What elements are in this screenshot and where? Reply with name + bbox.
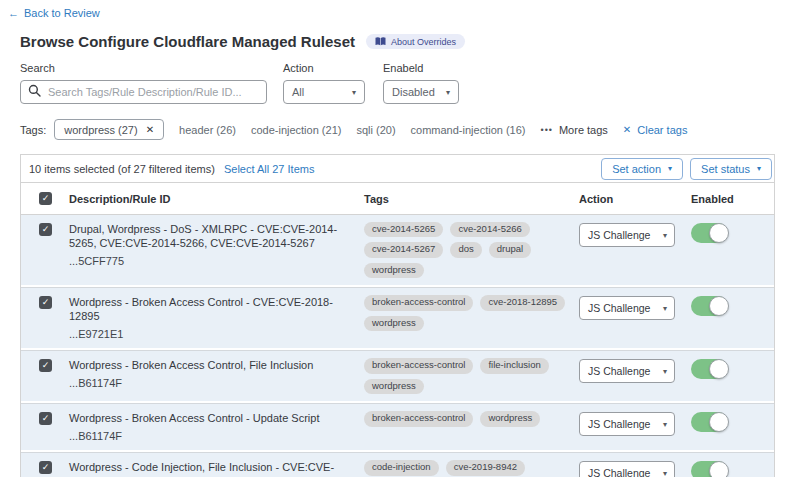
enabled-toggle[interactable]: [691, 223, 728, 243]
rule-id: ...B61174F: [69, 376, 350, 390]
row-action-value: JS Challenge: [588, 418, 650, 430]
chevron-down-icon: ▾: [663, 304, 667, 313]
search-input[interactable]: [20, 80, 267, 104]
enabled-filter-label: Enabeld: [383, 62, 459, 74]
more-tags-label: More tags: [559, 124, 608, 136]
rule-description: Wordpress - Code Injection, File Inclusi…: [69, 460, 350, 477]
ellipsis-icon: •••: [540, 125, 552, 135]
row-action-select[interactable]: JS Challenge ▾: [579, 296, 675, 320]
tags-bar: Tags: wordpress (27) ✕ header (26)code-i…: [20, 119, 775, 140]
tags-label: Tags:: [20, 124, 46, 136]
rule-description: Wordpress - Broken Access Control - CVE:…: [69, 295, 350, 323]
row-action-select[interactable]: JS Challenge ▾: [579, 223, 675, 247]
table-row: ✓ Drupal, Wordpress - DoS - XMLRPC - CVE…: [21, 215, 774, 285]
tag-pill: cve-2014-5267: [364, 242, 443, 257]
rule-id: ...E9721E1: [69, 327, 350, 341]
select-all-checkbox[interactable]: ✓: [39, 192, 52, 205]
table-row: ✓ Wordpress - Broken Access Control - CV…: [21, 287, 774, 348]
table-row: ✓ Wordpress - Broken Access Control, Fil…: [21, 350, 774, 401]
tag-pill: cve-2014-5266: [450, 222, 529, 237]
rule-tag-list: broken-access-controlwordpress: [364, 404, 579, 450]
back-to-review-link[interactable]: ← Back to Review: [8, 7, 100, 19]
tag-pill: broken-access-control: [364, 295, 473, 310]
about-overrides-badge[interactable]: About Overrides: [366, 34, 465, 49]
set-status-label: Set status: [701, 163, 750, 175]
book-icon: [375, 37, 386, 46]
row-action-select[interactable]: JS Challenge ▾: [579, 412, 675, 436]
available-tag-list: header (26)code-injection (21)sqli (20)c…: [179, 124, 525, 136]
toggle-knob: [709, 359, 729, 379]
clear-tags-button[interactable]: ✕ Clear tags: [623, 124, 688, 136]
row-checkbox[interactable]: ✓: [39, 359, 52, 372]
set-action-label: Set action: [612, 163, 661, 175]
table-row: ✓ Wordpress - Broken Access Control - Up…: [21, 403, 774, 450]
column-header-tags: Tags: [364, 193, 579, 205]
chevron-down-icon: ▾: [757, 164, 761, 173]
row-action-select[interactable]: JS Challenge ▾: [579, 461, 675, 477]
set-action-button[interactable]: Set action ▾: [601, 158, 683, 180]
tag-filter[interactable]: command-injection (16): [411, 124, 526, 136]
tag-pill: wordpress: [364, 316, 424, 331]
rule-description: Drupal, Wordpress - DoS - XMLRPC - CVE:C…: [69, 222, 350, 250]
rule-tag-list: code-injectioncve-2019-8942cve-2019-8943…: [364, 453, 579, 477]
chevron-down-icon: ▾: [668, 164, 672, 173]
tag-filter[interactable]: header (26): [179, 124, 236, 136]
action-filter-value: All: [292, 86, 304, 98]
tag-pill: file-inclusion: [480, 358, 548, 373]
row-action-value: JS Challenge: [588, 302, 650, 314]
chevron-down-icon: ▾: [352, 88, 356, 97]
remove-tag-icon[interactable]: ✕: [146, 124, 154, 135]
tag-pill: broken-access-control: [364, 411, 473, 426]
chevron-down-icon: ▾: [663, 367, 667, 376]
rule-tag-list: cve-2014-5265cve-2014-5266cve-2014-5267d…: [364, 215, 579, 285]
enabled-filter-value: Disabled: [392, 86, 435, 98]
enabled-toggle[interactable]: [691, 461, 728, 477]
chevron-down-icon: ▾: [663, 231, 667, 240]
row-checkbox[interactable]: ✓: [39, 461, 52, 474]
row-checkbox[interactable]: ✓: [39, 412, 52, 425]
selected-tag-label: wordpress (27): [64, 124, 137, 136]
enabled-filter-select[interactable]: Disabled ▾: [383, 80, 459, 104]
rule-id: ...B61174F: [69, 429, 350, 443]
tag-filter[interactable]: sqli (20): [356, 124, 395, 136]
chevron-down-icon: ▾: [663, 420, 667, 429]
action-filter-label: Action: [283, 62, 365, 74]
tag-pill: broken-access-control: [364, 358, 473, 373]
table-row: ✓ Wordpress - Code Injection, File Inclu…: [21, 452, 774, 477]
tag-filter[interactable]: code-injection (21): [251, 124, 342, 136]
toggle-knob: [709, 296, 729, 316]
selected-tag-chip[interactable]: wordpress (27) ✕: [54, 119, 164, 140]
row-action-value: JS Challenge: [588, 229, 650, 241]
select-all-link[interactable]: Select All 27 Items: [224, 163, 315, 175]
row-action-value: JS Challenge: [588, 365, 650, 377]
search-label: Search: [20, 62, 267, 74]
toggle-knob: [709, 412, 729, 432]
enabled-toggle[interactable]: [691, 296, 728, 316]
chevron-down-icon: ▾: [446, 88, 450, 97]
rule-description: Wordpress - Broken Access Control - Upda…: [69, 411, 350, 425]
rule-description: Wordpress - Broken Access Control, File …: [69, 358, 350, 372]
chevron-down-icon: ▾: [663, 469, 667, 477]
row-action-value: JS Challenge: [588, 467, 650, 477]
enabled-toggle[interactable]: [691, 359, 728, 379]
rule-id: ...5CFF775: [69, 254, 350, 268]
column-header-action: Action: [579, 193, 691, 205]
selection-summary: 10 items selected (of 27 filtered items): [29, 163, 215, 175]
tag-pill: wordpress: [480, 411, 540, 426]
tag-pill: code-injection: [364, 460, 439, 475]
tag-pill: cve-2019-8942: [446, 460, 525, 475]
action-filter-select[interactable]: All ▾: [283, 80, 365, 104]
row-action-select[interactable]: JS Challenge ▾: [579, 359, 675, 383]
table-header: ✓ Description/Rule ID Tags Action Enable…: [21, 182, 774, 215]
row-checkbox[interactable]: ✓: [39, 223, 52, 236]
tag-pill: cve-2014-5265: [364, 222, 443, 237]
tag-pill: dos: [450, 242, 481, 257]
set-status-button[interactable]: Set status ▾: [690, 158, 772, 180]
tag-pill: cve-2018-12895: [480, 295, 565, 310]
more-tags-button[interactable]: ••• More tags: [540, 124, 607, 136]
enabled-toggle[interactable]: [691, 412, 728, 432]
badge-label: About Overrides: [391, 37, 456, 47]
row-checkbox[interactable]: ✓: [39, 296, 52, 309]
tag-pill: wordpress: [364, 379, 424, 394]
clear-icon: ✕: [623, 124, 631, 135]
